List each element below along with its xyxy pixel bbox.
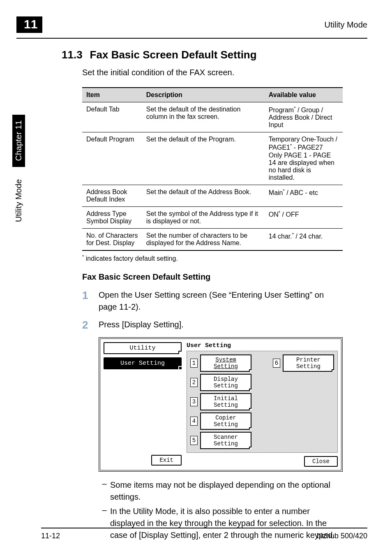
cell-item: Address Type Symbol Display bbox=[82, 206, 142, 228]
cell-avail: ON* / OFF bbox=[265, 206, 343, 228]
initial-setting-button[interactable]: Initial Setting bbox=[200, 393, 251, 410]
step-1-number: 1 bbox=[82, 289, 99, 313]
page-number: 11-12 bbox=[41, 532, 60, 540]
cell-item: Default Program bbox=[82, 132, 142, 185]
mode-label: Utility Mode bbox=[325, 20, 367, 30]
num-4: 4 bbox=[190, 417, 198, 426]
printer-setting-button[interactable]: Printer Setting bbox=[283, 354, 334, 372]
th-item: Item bbox=[82, 88, 142, 102]
num-1: 1 bbox=[190, 359, 198, 368]
cell-avail: Main* / ABC - etc bbox=[265, 185, 343, 206]
cell-avail: 14 char.* / 24 char. bbox=[265, 228, 343, 250]
subheading: Fax Basic Screen Default Setting bbox=[82, 272, 367, 282]
table-row: No. of Characters for Dest. Display Set … bbox=[82, 228, 343, 250]
num-2: 2 bbox=[190, 378, 198, 387]
header-rule bbox=[16, 38, 367, 39]
tab-utility[interactable]: Utility bbox=[104, 342, 182, 354]
cell-item: Default Tab bbox=[82, 102, 142, 132]
cell-desc: Set the symbol of the Address type if it… bbox=[142, 206, 265, 228]
cell-avail: Program* / Group / Address Book / Direct… bbox=[265, 102, 343, 132]
side-chapter: Chapter 11 bbox=[12, 115, 25, 167]
th-available: Available value bbox=[265, 88, 343, 102]
cell-avail: Temporary One-Touch / PAGE1* - PAGE27 On… bbox=[265, 132, 343, 185]
section-intro: Set the initial condition of the FAX scr… bbox=[82, 68, 367, 77]
cell-desc: Set the default of the destination colum… bbox=[142, 102, 265, 132]
product-name: bizhub 500/420 bbox=[317, 532, 367, 540]
cell-item: Address Book Default Index bbox=[82, 185, 142, 206]
cell-desc: Set the default of the Address Book. bbox=[142, 185, 265, 206]
panel-title: User Setting bbox=[187, 342, 338, 349]
step-2-text: Press [Display Setting]. bbox=[99, 319, 343, 331]
cell-desc: Set the default of the Program. bbox=[142, 132, 265, 185]
side-mode: Utility Mode bbox=[14, 179, 23, 222]
num-6: 6 bbox=[273, 359, 280, 368]
lcd-screenshot: Utility User Setting User Setting 1 Syst… bbox=[99, 337, 343, 472]
th-description: Description bbox=[142, 88, 265, 102]
table-row: Default Program Set the default of the P… bbox=[82, 132, 343, 185]
num-3: 3 bbox=[190, 397, 198, 406]
step-2-number: 2 bbox=[82, 319, 99, 331]
section-title-text: Fax Basic Screen Default Setting bbox=[90, 49, 257, 61]
section-number: 11.3 bbox=[62, 49, 83, 61]
copier-setting-button[interactable]: Copier Setting bbox=[200, 412, 251, 430]
exit-button[interactable]: Exit bbox=[151, 455, 182, 466]
section-title: 11.3Fax Basic Screen Default Setting bbox=[62, 49, 367, 61]
step-1-text: Open the User Setting screen (See “Enter… bbox=[99, 289, 343, 313]
scanner-setting-button[interactable]: Scanner Setting bbox=[200, 432, 251, 449]
chapter-badge: 11 bbox=[16, 16, 42, 33]
display-setting-button[interactable]: Display Setting bbox=[200, 374, 251, 391]
panel-body: 1 System Setting 6 Printer Setting 2 Dis… bbox=[187, 351, 338, 453]
system-setting-button[interactable]: System Setting bbox=[200, 354, 251, 372]
cell-item: No. of Characters for Dest. Display bbox=[82, 228, 142, 250]
table-row: Address Book Default Index Set the defau… bbox=[82, 185, 343, 206]
table-row: Address Type Symbol Display Set the symb… bbox=[82, 206, 343, 228]
tab-user-setting[interactable]: User Setting bbox=[104, 357, 182, 369]
num-5: 5 bbox=[190, 436, 198, 445]
table-row: Default Tab Set the default of the desti… bbox=[82, 102, 343, 132]
footnote: * indicates factory default setting. bbox=[82, 254, 367, 262]
close-button[interactable]: Close bbox=[304, 456, 338, 467]
cell-desc: Set the number of characters to be displ… bbox=[142, 228, 265, 250]
settings-table: Item Description Available value Default… bbox=[82, 87, 343, 251]
list-item: –Some items may not be displayed dependi… bbox=[99, 479, 343, 503]
side-tab-label: Utility Mode Chapter 11 bbox=[12, 115, 25, 222]
step-2: 2 Press [Display Setting]. bbox=[82, 319, 343, 331]
step-1: 1 Open the User Setting screen (See “Ent… bbox=[82, 289, 343, 313]
